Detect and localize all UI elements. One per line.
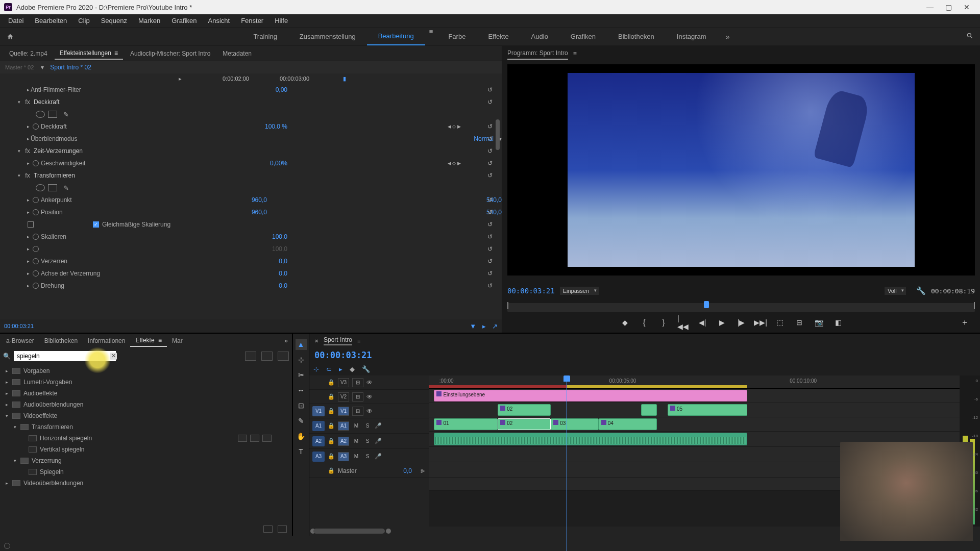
workspace-bibliotheken[interactable]: Bibliotheken xyxy=(607,28,666,45)
eye-icon[interactable]: 👁 xyxy=(366,408,373,415)
clear-search-button[interactable]: ✕ xyxy=(110,353,117,360)
track-v3[interactable]: Einstellungsebene xyxy=(429,389,960,403)
clip-03[interactable]: 03 xyxy=(551,418,599,430)
stopwatch-icon[interactable] xyxy=(33,283,39,289)
menu-marken[interactable]: Marken xyxy=(133,15,165,26)
workspace-zusammenstellung[interactable]: Zusammenstellung xyxy=(288,28,367,45)
stopwatch-icon[interactable] xyxy=(33,246,39,252)
source-patch[interactable]: V1 xyxy=(312,406,325,416)
menu-datei[interactable]: Datei xyxy=(3,15,29,26)
track-target[interactable]: V3 xyxy=(338,378,349,387)
reset-button[interactable]: ↺ xyxy=(487,123,493,130)
lock-icon[interactable]: 🔒 xyxy=(328,467,335,474)
voice-over-button[interactable]: 🎤 xyxy=(375,453,382,460)
stopwatch-icon[interactable] xyxy=(33,160,39,166)
tree-twisty[interactable]: ▾ xyxy=(12,458,17,463)
play-button[interactable]: ▶ xyxy=(717,317,727,328)
reset-button[interactable]: ↺ xyxy=(487,258,493,265)
resolution-select[interactable]: Voll xyxy=(885,287,906,295)
prop-value[interactable]: 960,0 xyxy=(252,196,267,204)
program-scrubber[interactable] xyxy=(507,303,975,312)
reset-button[interactable]: ↺ xyxy=(487,270,493,277)
menu-sequenz[interactable]: Sequenz xyxy=(96,15,132,26)
reset-button[interactable]: ↺ xyxy=(487,282,493,289)
rect-mask-button[interactable] xyxy=(48,184,57,191)
linked-selection-button[interactable]: ⊂ xyxy=(326,365,332,373)
go-to-out-button[interactable]: ▶▶| xyxy=(755,317,766,328)
voice-over-button[interactable]: 🎤 xyxy=(375,422,382,429)
tree-twisty[interactable]: ▾ xyxy=(4,413,9,418)
snap-button[interactable]: ⊹ xyxy=(313,365,319,373)
program-panel-title[interactable]: Programm: Sport Intro xyxy=(507,47,568,60)
expand-toggle[interactable]: ▸ xyxy=(26,136,31,141)
fx-item-transformieren[interactable]: ▾Transformieren xyxy=(0,421,292,433)
audio-clip[interactable] xyxy=(434,433,747,445)
expand-toggle[interactable]: ▸ xyxy=(26,87,31,92)
clip-01[interactable]: 01 xyxy=(434,418,498,430)
search-button[interactable] xyxy=(960,32,980,41)
export-frame-button[interactable]: 📷 xyxy=(814,317,824,328)
clip-Einstellungsebene[interactable]: Einstellungsebene xyxy=(434,390,747,402)
pen-mask-button[interactable]: ✎ xyxy=(63,184,69,192)
source-patch[interactable]: A1 xyxy=(312,421,325,431)
mute-button[interactable]: M xyxy=(352,453,360,461)
reset-button[interactable]: ↺ xyxy=(487,135,493,142)
menu-clip[interactable]: Clip xyxy=(73,15,94,26)
filter-yuv-button[interactable] xyxy=(278,352,289,361)
scrubber-start[interactable] xyxy=(507,302,510,309)
track-target[interactable]: V2 xyxy=(338,392,349,402)
stopwatch-icon[interactable] xyxy=(28,221,34,228)
lock-icon[interactable]: 🔒 xyxy=(328,453,335,460)
expand-icon[interactable]: ⫸ xyxy=(420,468,426,474)
zoom-select[interactable]: Einpassen xyxy=(560,287,599,295)
tool-2[interactable]: ✂ xyxy=(296,369,307,381)
button-editor-button[interactable]: ＋ xyxy=(960,317,970,328)
tree-twisty[interactable]: ▸ xyxy=(4,481,9,486)
timeline-playhead[interactable] xyxy=(567,375,567,551)
tree-twisty[interactable]: ▾ xyxy=(12,424,17,430)
timeline-ruler[interactable]: :00:0000:00:05:0000:00:10:00 xyxy=(429,375,960,389)
reset-button[interactable]: ↺ xyxy=(487,98,493,106)
lock-icon[interactable]: 🔒 xyxy=(328,438,335,444)
mute-button[interactable]: M xyxy=(352,437,360,445)
workspace-effekte[interactable]: Effekte xyxy=(477,28,520,45)
wrench-icon[interactable]: 🔧 xyxy=(916,286,926,295)
eye-icon[interactable]: 👁 xyxy=(366,379,373,386)
delete-item-button[interactable] xyxy=(278,525,287,533)
stopwatch-icon[interactable] xyxy=(33,123,39,130)
voice-over-button[interactable]: 🎤 xyxy=(375,438,382,444)
tree-twisty[interactable]: ▸ xyxy=(4,380,9,385)
tool-1[interactable]: ⊹ xyxy=(296,354,307,365)
fx-item-audioüberblendungen[interactable]: ▸Audioüberblendungen xyxy=(0,399,292,410)
fx-item-audioeffekte[interactable]: ▸Audioeffekte xyxy=(0,388,292,399)
panel-menu-icon[interactable]: ≡ xyxy=(158,337,162,344)
prop-value[interactable]: 0,0 xyxy=(279,258,287,265)
tab-source[interactable]: Quelle: 2.mp4 xyxy=(4,48,53,59)
clip-05[interactable]: 05 xyxy=(668,404,747,416)
tool-7[interactable]: T xyxy=(296,446,307,457)
close-sequence-button[interactable]: ✕ xyxy=(314,338,318,344)
tool-6[interactable]: ✋ xyxy=(296,431,307,442)
panel-menu-icon[interactable]: ≡ xyxy=(357,338,360,344)
add-marker-button[interactable]: ◆ xyxy=(620,317,630,328)
filter-accel-button[interactable] xyxy=(245,352,256,361)
sync-lock[interactable]: ⊟ xyxy=(352,378,363,387)
workspace-training[interactable]: Training xyxy=(242,28,288,45)
expand-toggle[interactable]: ▸ xyxy=(26,234,31,239)
expand-toggle[interactable]: ▸ xyxy=(26,271,31,276)
workspace-instagram[interactable]: Instagram xyxy=(666,28,718,45)
tab-a-browser[interactable]: a-Browser xyxy=(1,335,39,346)
fx-item-videoüberblendungen[interactable]: ▸Videoüberblendungen xyxy=(0,478,292,489)
tool-5[interactable]: ✎ xyxy=(296,415,307,427)
clip-02[interactable]: 02 xyxy=(498,418,551,430)
menu-bearbeiten[interactable]: Bearbeiten xyxy=(30,15,72,26)
ec-out-time[interactable]: 00:00:03:00 xyxy=(280,76,309,82)
track-target[interactable]: A2 xyxy=(338,437,349,446)
new-bin-button[interactable] xyxy=(263,525,273,533)
expand-toggle[interactable]: ▾ xyxy=(16,99,21,105)
h-scroll-thumb[interactable] xyxy=(313,529,385,534)
reset-button[interactable]: ↺ xyxy=(487,160,493,167)
track-target[interactable]: A1 xyxy=(338,421,349,431)
workspace-bearbeitung[interactable]: Bearbeitung xyxy=(367,28,425,45)
tree-twisty[interactable]: ▸ xyxy=(4,391,9,396)
